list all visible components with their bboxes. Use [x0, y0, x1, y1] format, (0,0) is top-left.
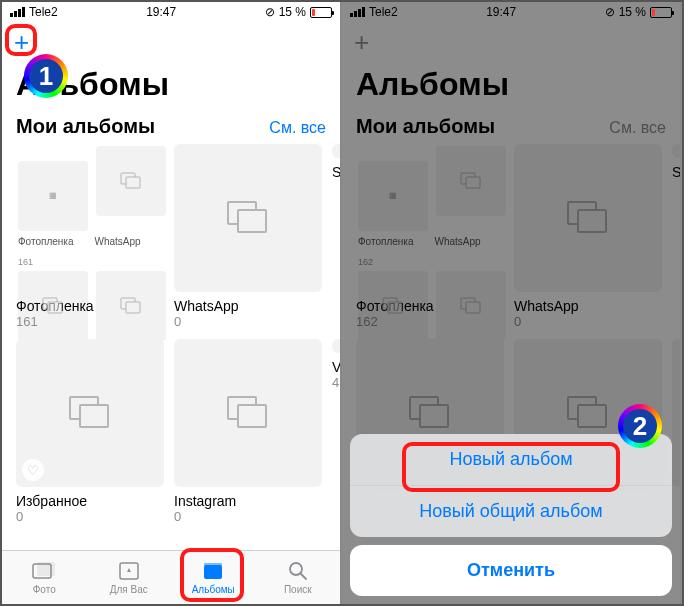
photo-stack-icon: [227, 201, 269, 235]
svg-rect-4: [204, 563, 222, 566]
album-card-peek[interactable]: [332, 144, 340, 158]
for-you-icon: [117, 560, 141, 582]
album-card[interactable]: WhatsApp 0: [174, 144, 322, 329]
new-shared-album-button[interactable]: Новый общий альбом: [350, 486, 672, 537]
tab-label: Альбомы: [192, 584, 235, 595]
tab-label: Для Вас: [110, 584, 148, 595]
svg-point-5: [290, 563, 302, 575]
photo-stack-icon: [121, 173, 142, 190]
section-title: Мои альбомы: [16, 115, 155, 138]
svg-rect-3: [204, 565, 222, 579]
tab-for-you[interactable]: Для Вас: [87, 551, 172, 604]
tab-search[interactable]: Поиск: [256, 551, 341, 604]
see-all-link[interactable]: См. все: [269, 119, 326, 137]
svg-rect-1: [37, 562, 55, 576]
album-name: V: [332, 359, 340, 375]
tab-photos[interactable]: Фото: [2, 551, 87, 604]
mini-album-name: WhatsApp: [94, 236, 164, 247]
mini-thumb: [96, 146, 166, 216]
carrier-label: Tele2: [369, 5, 398, 19]
photo-stack-icon: [227, 396, 269, 430]
battery-percent: 15 %: [619, 5, 646, 19]
battery-icon: [650, 7, 672, 18]
album-name: S: [332, 164, 340, 180]
album-name: WhatsApp: [174, 298, 322, 314]
tab-albums[interactable]: Альбомы: [171, 551, 256, 604]
signal-icon: [10, 7, 25, 17]
photo-stack-icon: [69, 396, 111, 430]
album-name: Instagram: [174, 493, 322, 509]
photo-stack-icon: [121, 297, 142, 314]
clock: 19:47: [486, 5, 516, 19]
battery-percent: 15 %: [279, 5, 306, 19]
svg-line-6: [301, 574, 306, 579]
tab-label: Поиск: [284, 584, 312, 595]
album-count: 0: [174, 314, 322, 329]
clock: 19:47: [146, 5, 176, 19]
battery-icon: [310, 7, 332, 18]
status-bar: Tele2 19:47 ⊘ 15 %: [2, 2, 340, 22]
annotation-badge-1: 1: [24, 54, 68, 98]
phone-screenshot-left: Tele2 19:47 ⊘ 15 % + Альбомы Мои альбомы…: [2, 2, 342, 604]
photo-stack-icon: [43, 297, 64, 314]
mini-thumb: [96, 271, 166, 341]
album-card[interactable]: ♡ Избранное 0: [16, 339, 164, 524]
heart-icon: ♡: [22, 459, 44, 481]
action-sheet: Новый альбом Новый общий альбом Отменить: [350, 434, 672, 596]
search-icon: [286, 560, 310, 582]
tab-bar: Фото Для Вас Альбомы Поиск: [2, 550, 340, 604]
new-album-button[interactable]: Новый альбом: [350, 434, 672, 486]
mini-album-count: 161: [18, 257, 88, 267]
add-button[interactable]: +: [14, 29, 29, 55]
carrier-label: Tele2: [29, 5, 58, 19]
rotation-lock-icon: ⊘: [605, 5, 615, 19]
cancel-button[interactable]: Отменить: [350, 545, 672, 596]
rotation-lock-icon: ⊘: [265, 5, 275, 19]
albums-icon: [201, 560, 225, 582]
status-bar: Tele2 19:47 ⊘ 15 %: [342, 2, 680, 22]
album-card[interactable]: ▦ Фотопленка WhatsApp 161: [16, 144, 164, 329]
album-name: Избранное: [16, 493, 164, 509]
signal-icon: [350, 7, 365, 17]
album-card-peek[interactable]: [332, 339, 340, 353]
album-count: 4: [332, 375, 340, 390]
annotation-badge-2: 2: [618, 404, 662, 448]
phone-screenshot-right: Tele2 19:47 ⊘ 15 % + Альбомы Мои альбомы…: [342, 2, 682, 604]
album-count: 0: [174, 509, 322, 524]
tab-label: Фото: [33, 584, 56, 595]
album-card[interactable]: Instagram 0: [174, 339, 322, 524]
mini-album-name: Фотопленка: [18, 236, 88, 247]
album-count: 0: [16, 509, 164, 524]
mini-thumb: ▦: [18, 161, 88, 231]
photos-icon: [32, 560, 56, 582]
